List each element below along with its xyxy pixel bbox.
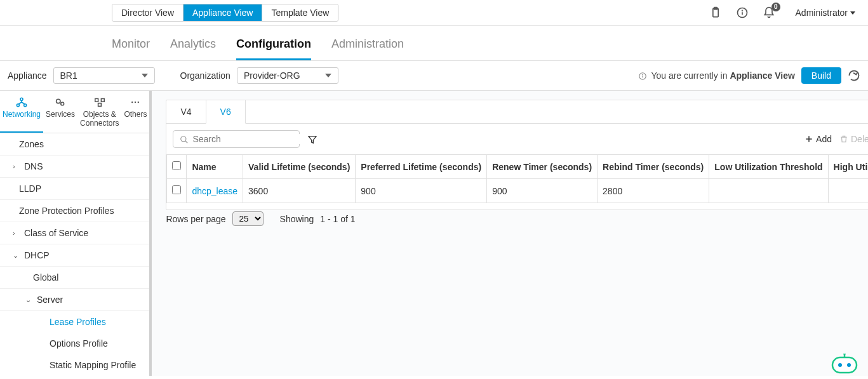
clipboard-icon[interactable] (709, 6, 722, 19)
svg-point-10 (24, 104, 27, 107)
col-renew-timer[interactable]: Renew Timer (seconds) (487, 155, 598, 179)
search-icon (180, 134, 189, 144)
svg-point-15 (61, 102, 64, 105)
svg-line-13 (22, 102, 25, 104)
col-name[interactable]: Name (187, 155, 243, 179)
sidebar-categories: Networking Services Objects & Connectors… (0, 91, 149, 133)
tree-zone-protection[interactable]: Zone Protection Profiles (0, 200, 149, 222)
org-select[interactable]: Provider-ORG (237, 67, 338, 84)
tree-options-profile[interactable]: Options Profile (0, 333, 149, 354)
bell-icon[interactable]: 0 (763, 6, 775, 19)
svg-rect-17 (101, 98, 104, 102)
view-switcher: Director View Appliance View Template Vi… (112, 4, 338, 22)
subtab-v4[interactable]: V4 (166, 100, 205, 123)
info-icon[interactable] (736, 6, 749, 19)
tree-dhcp[interactable]: ⌄DHCP (0, 244, 149, 267)
chevron-down-icon (142, 74, 148, 77)
user-label: Administrator (796, 8, 848, 18)
tree-lldp[interactable]: LLDP (0, 178, 149, 200)
svg-point-21 (138, 102, 139, 103)
svg-point-9 (17, 104, 19, 107)
user-menu[interactable]: Administrator (796, 8, 855, 18)
svg-rect-18 (98, 103, 101, 107)
networking-icon (15, 97, 28, 107)
plus-icon (805, 135, 813, 143)
org-value: Provider-ORG (244, 70, 300, 81)
search-input[interactable] (192, 134, 304, 144)
showing-value: 1 - 1 of 1 (320, 214, 355, 224)
chevron-down-icon: ⌄ (25, 296, 33, 304)
view-appliance[interactable]: Appliance View (183, 4, 262, 21)
view-template[interactable]: Template View (262, 4, 338, 21)
objects-icon (93, 97, 106, 107)
lease-profiles-table: Name Valid Lifetime (seconds) Preferred … (166, 154, 868, 203)
build-button[interactable]: Build (801, 67, 841, 84)
add-button[interactable]: Add (805, 134, 832, 144)
cell-low-util (709, 179, 828, 203)
svg-point-4 (742, 10, 742, 11)
table-row[interactable]: dhcp_lease 3600 900 900 2800 (167, 179, 868, 203)
context-bar: Appliance BR1 Organization Provider-ORG … (0, 61, 868, 91)
col-valid-lifetime[interactable]: Valid Lifetime (seconds) (243, 155, 356, 179)
table-toolbar: Add Delete Clone (166, 124, 868, 154)
chevron-down-icon (325, 74, 331, 77)
col-high-util[interactable]: High Utilization Threshold (828, 155, 868, 179)
caret-down-icon (850, 11, 855, 15)
tab-configuration[interactable]: Configuration (236, 32, 311, 60)
col-rebind-timer[interactable]: Rebind Timer (seconds) (598, 155, 709, 179)
lease-profiles-panel: V4 V6 Add (166, 100, 868, 210)
svg-point-19 (131, 102, 133, 103)
cell-name[interactable]: dhcp_lease (187, 179, 243, 203)
cat-others-label: Others (124, 110, 147, 119)
svg-rect-16 (95, 98, 98, 102)
cat-objects[interactable]: Objects & Connectors (77, 91, 121, 133)
appliance-value: BR1 (60, 70, 77, 81)
cell-rebind-timer: 2800 (598, 179, 709, 203)
pager: Rows per page 25 Showing 1 - 1 of 1 (166, 210, 868, 235)
svg-point-33 (838, 363, 842, 367)
tree-static-mapping[interactable]: Static Mapping Profile (0, 354, 149, 376)
refresh-icon[interactable] (848, 69, 860, 82)
info-small-icon (638, 70, 647, 81)
svg-point-36 (843, 354, 846, 355)
row-checkbox[interactable] (172, 185, 181, 194)
sidebar: Networking Services Objects & Connectors… (0, 91, 152, 376)
col-low-util[interactable]: Low Utilization Threshold (709, 155, 828, 179)
cat-objects-label: Objects & Connectors (80, 110, 119, 128)
tree-zones[interactable]: Zones (0, 133, 149, 156)
view-director[interactable]: Director View (112, 4, 183, 21)
tree-dhcp-global[interactable]: Global (0, 267, 149, 289)
cell-valid-lifetime: 3600 (243, 179, 356, 203)
tree-cos[interactable]: ›Class of Service (0, 222, 149, 244)
ip-version-tabs: V4 V6 (166, 100, 868, 124)
showing-label: Showing (280, 214, 314, 224)
col-preferred-lifetime[interactable]: Preferred Lifetime (seconds) (356, 155, 487, 179)
rows-per-page-select[interactable]: 25 (232, 211, 264, 226)
chatbot-icon[interactable] (829, 354, 860, 375)
chevron-right-icon: › (13, 163, 20, 170)
svg-marker-24 (309, 136, 316, 143)
subtab-v6[interactable]: V6 (206, 100, 246, 124)
delete-button[interactable]: Delete (839, 134, 868, 144)
main-area: Networking Services Objects & Connectors… (0, 91, 868, 376)
select-all-checkbox[interactable] (172, 161, 181, 170)
search-box[interactable] (173, 130, 300, 148)
svg-point-20 (135, 102, 136, 103)
tab-administration[interactable]: Administration (331, 32, 404, 60)
tree-dns[interactable]: ›DNS (0, 156, 149, 178)
cat-networking[interactable]: Networking (0, 91, 43, 133)
appliance-select[interactable]: BR1 (53, 67, 155, 84)
top-header: Director View Appliance View Template Vi… (0, 0, 868, 26)
tree-dhcp-server[interactable]: ⌄Server (0, 289, 149, 311)
cat-others[interactable]: Others (121, 91, 149, 133)
sidebar-tree: Zones ›DNS LLDP Zone Protection Profiles… (0, 133, 149, 376)
chevron-down-icon: ⌄ (13, 251, 20, 260)
tab-monitor[interactable]: Monitor (112, 32, 150, 60)
services-icon (54, 97, 67, 107)
filter-icon[interactable] (307, 134, 317, 145)
tree-lease-profiles[interactable]: Lease Profiles (0, 311, 149, 333)
svg-point-7 (643, 75, 643, 76)
cat-services[interactable]: Services (43, 91, 77, 133)
svg-line-23 (185, 141, 188, 143)
tab-analytics[interactable]: Analytics (170, 32, 216, 60)
